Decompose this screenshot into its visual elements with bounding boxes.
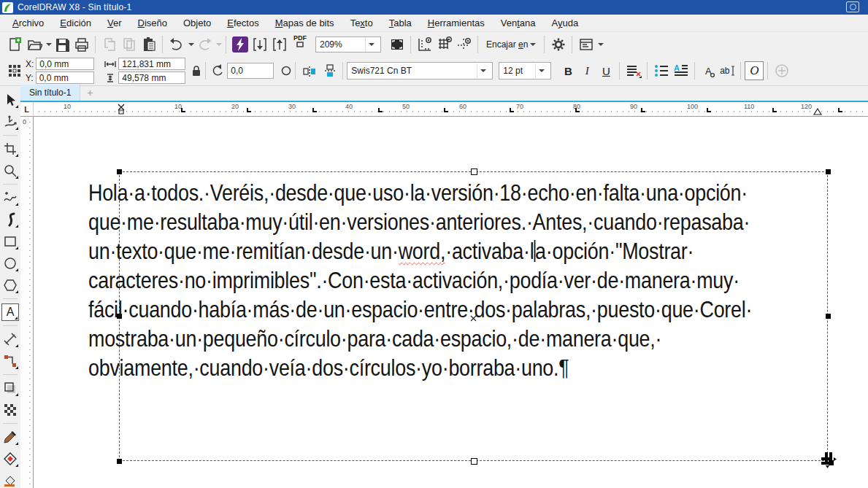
snap-to-dropdown[interactable]: Encajar en (482, 35, 540, 54)
paragraph-text[interactable]: Hola·a·todos.·Veréis,·desde·que·uso·la·v… (88, 178, 868, 382)
smart-fill-tool[interactable] (1, 472, 19, 488)
new-document-button[interactable] (4, 34, 24, 54)
font-size-combo[interactable]: 12 pt (499, 62, 551, 80)
ruler-tab-stop[interactable] (378, 108, 383, 112)
connector-tool[interactable] (1, 352, 19, 370)
frame-resize-handle[interactable] (819, 451, 838, 468)
ruler-tab-stop[interactable] (312, 108, 317, 112)
right-indent-marker[interactable] (813, 108, 822, 115)
mirror-vertical-icon[interactable] (319, 61, 339, 81)
drawing-canvas[interactable]: Hola·a·todos.·Veréis,·desde·que·uso·la·v… (34, 117, 868, 488)
import-button[interactable] (250, 34, 269, 54)
search-content-button[interactable] (230, 34, 250, 54)
pdf-button[interactable]: PDF (289, 35, 311, 54)
x-position-field[interactable]: 0,0 mm (36, 58, 94, 70)
open-button[interactable] (24, 34, 44, 54)
size-combo-caret[interactable] (535, 63, 547, 78)
interactive-fill-tool[interactable] (1, 450, 19, 468)
rotation-angle-field[interactable]: 0,0 (227, 63, 274, 79)
undo-button[interactable] (166, 34, 186, 54)
ruler-tab-stop[interactable] (510, 108, 514, 112)
menu-herramientas[interactable]: Herramientas (420, 15, 493, 31)
ruler-tab-stop[interactable] (247, 108, 251, 112)
color-eyedropper-tool[interactable] (1, 428, 19, 446)
mirror-horizontal-icon[interactable] (299, 61, 319, 81)
handle-top-center[interactable] (471, 169, 477, 175)
opentype-button[interactable]: O (745, 61, 764, 80)
menu-objeto[interactable]: Objeto (175, 15, 219, 31)
print-button[interactable] (72, 34, 91, 54)
object-height-field[interactable]: 49,578 mm (118, 71, 185, 84)
shape-tool[interactable] (1, 113, 19, 131)
bullet-list-button[interactable] (651, 61, 671, 81)
ruler-tab-stop[interactable] (444, 108, 448, 112)
new-tab-button[interactable]: + (80, 85, 99, 101)
handle-bottom-left[interactable] (117, 459, 122, 464)
polygon-tool[interactable] (1, 276, 19, 294)
ruler-tab-stop[interactable] (772, 108, 777, 112)
underline-button[interactable]: U (596, 61, 615, 80)
undo-dropdown-caret[interactable] (188, 43, 194, 46)
property-bar: X:0,0 mm Y:0,0 mm 121,831 mm 49,578 mm 0… (0, 56, 868, 86)
zoom-tool[interactable] (1, 162, 19, 179)
pick-tool[interactable] (1, 91, 19, 109)
ellipse-tool[interactable] (1, 255, 19, 272)
fullscreen-preview-button[interactable] (387, 34, 407, 54)
vertical-ruler[interactable]: 0 (20, 117, 34, 488)
y-position-field[interactable]: 0,0 mm (36, 71, 94, 84)
font-family-combo[interactable]: Swis721 Cn BT (347, 62, 493, 80)
menu-ayuda[interactable]: Ayuda (544, 15, 587, 31)
menu-tabla[interactable]: Tabla (381, 15, 420, 31)
horizontal-ruler[interactable]: 10102030405060708090100110120 (34, 102, 868, 117)
menu-mapas-de-bits[interactable]: Mapas de bits (267, 15, 342, 31)
toggle-guidelines-button[interactable] (454, 34, 474, 54)
ruler-origin-button[interactable]: L (20, 102, 34, 117)
text-alignment-button[interactable] (623, 61, 643, 81)
menu-diseño[interactable]: Diseño (130, 15, 175, 31)
launcher-dropdown-caret[interactable] (598, 43, 604, 46)
lock-ratio-icon[interactable] (191, 65, 201, 77)
handle-top-right[interactable] (826, 169, 831, 174)
artistic-media-tool[interactable] (1, 211, 19, 228)
edit-text-button[interactable]: ab (718, 61, 737, 80)
handle-bottom-center[interactable] (471, 458, 477, 465)
export-button[interactable] (269, 34, 289, 54)
ruler-tab-stop[interactable] (575, 108, 580, 112)
save-button[interactable] (52, 34, 72, 54)
menu-ventana[interactable]: Ventana (493, 15, 544, 31)
menu-ver[interactable]: Ver (99, 15, 130, 31)
rectangle-tool[interactable] (1, 233, 19, 250)
ruler-origin-marker[interactable] (117, 104, 126, 115)
toggle-rulers-button[interactable] (415, 34, 434, 54)
character-formatting-button[interactable]: A (699, 61, 718, 80)
drop-shadow-tool[interactable] (1, 379, 19, 397)
freehand-tool[interactable] (1, 189, 19, 206)
drop-cap-button[interactable]: A (671, 61, 691, 81)
ruler-tab-stop[interactable] (838, 108, 842, 112)
toggle-grid-button[interactable] (434, 34, 454, 54)
ruler-tab-stop[interactable] (707, 108, 711, 112)
handle-top-left[interactable] (117, 169, 122, 174)
options-button[interactable] (548, 34, 568, 54)
object-width-field[interactable]: 121,831 mm (118, 58, 185, 70)
ruler-tab-stop[interactable] (181, 108, 185, 112)
titlebar-account-icon[interactable] (846, 1, 859, 12)
italic-button[interactable]: I (577, 61, 596, 80)
open-dropdown-caret[interactable] (46, 43, 52, 46)
text-tool[interactable]: A (1, 303, 19, 321)
document-tab[interactable]: Sin título-1 (20, 85, 80, 101)
font-combo-caret[interactable] (477, 63, 488, 78)
window-launcher-button[interactable] (576, 34, 596, 54)
menu-archivo[interactable]: Archivo (4, 15, 52, 31)
menu-efectos[interactable]: Efectos (219, 15, 266, 31)
parallel-dimension-tool[interactable] (1, 330, 19, 348)
paste-button[interactable] (139, 34, 158, 54)
menu-texto[interactable]: Texto (342, 15, 381, 31)
transparency-tool[interactable] (1, 401, 19, 419)
zoom-level-combo[interactable]: 209% (315, 36, 381, 53)
crop-tool[interactable] (1, 140, 19, 158)
zoom-combo-caret[interactable] (365, 37, 377, 52)
ruler-tab-stop[interactable] (641, 108, 645, 112)
bold-button[interactable]: B (558, 61, 577, 80)
menu-edición[interactable]: Edición (52, 15, 99, 31)
